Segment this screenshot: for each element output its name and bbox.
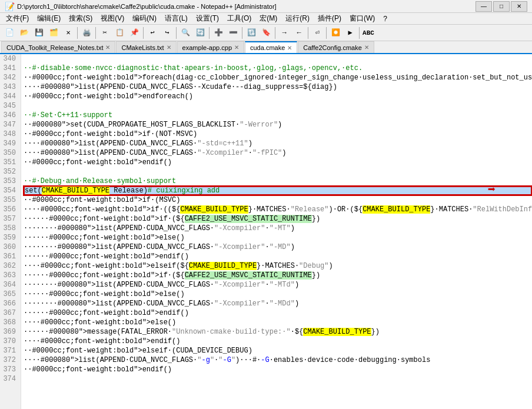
tab-bar: CUDA_Toolkit_Release_Notes.txt ✕ CMakeLi… (0, 41, 532, 54)
code-area: 3403413423433443453463473483493503513523… (0, 54, 532, 409)
tb-spellcheck[interactable]: ABC (361, 26, 375, 39)
tb-zoom-in[interactable]: ➕ (211, 26, 225, 39)
tb-save[interactable]: 💾 (32, 26, 46, 39)
tab-example-app[interactable]: example-app.cpp ✕ (177, 41, 244, 53)
tb-new[interactable]: 📄 (2, 26, 16, 39)
maximize-button[interactable]: □ (493, 1, 510, 12)
tb-unindent[interactable]: ← (292, 26, 306, 39)
menu-run[interactable]: 运行(R) (282, 13, 313, 24)
tab-close-cuda-toolkit[interactable]: ✕ (105, 44, 110, 51)
code-line-372-content: ····#000080">list(APPEND·CUDA_NVCC_FLAGS… (24, 355, 430, 365)
code-line-344: ··#0000cc;font-weight:bold">endforeach() (24, 92, 532, 101)
tb-copy[interactable]: 📋 (112, 26, 127, 39)
tab-close-cmakelists[interactable]: ✕ (167, 44, 171, 51)
menu-help[interactable]: ? (380, 13, 391, 24)
tb-bookmark[interactable]: 🔖 (259, 26, 273, 39)
line-number-340: 340 (2, 54, 18, 64)
code-line-371: ··#0000cc;font-weight:bold">elseif·(CUDA… (24, 346, 532, 355)
code-line-356-content: ····#0000cc;font-weight:bold">if·((${CMA… (24, 205, 532, 214)
code-line-353-content: ··#·Debug·and·Release·symbol·support (24, 177, 176, 186)
code-line-372: ····#000080">list(APPEND·CUDA_NVCC_FLAGS… (24, 355, 532, 365)
close-button[interactable]: ✕ (511, 1, 527, 12)
tb-zoom-out[interactable]: ➖ (226, 26, 240, 39)
minimize-button[interactable]: — (476, 1, 492, 12)
tb-open[interactable]: 📂 (17, 26, 31, 39)
tab-close-cuda-cmake[interactable]: ✕ (287, 45, 292, 51)
tab-caffe2config[interactable]: Caffe2Config.cmake ✕ (298, 41, 374, 53)
tab-cuda-cmake[interactable]: cuda.cmake ✕ (245, 41, 297, 53)
tab-label-cuda-cmake: cuda.cmake (250, 44, 285, 51)
tb-find[interactable]: 🔍 (178, 26, 192, 39)
title-bar-controls: — □ ✕ (476, 1, 527, 12)
code-line-342: ··#0000cc;font-weight:bold">foreach(diag… (24, 73, 532, 82)
toolbar: 📄 📂 💾 🗂️ ✕ 🖨️ ✂️ 📋 📌 ↩️ ↪️ 🔍 🔄 ➕ ➖ 🔃 🔖 →… (0, 25, 532, 41)
tb-wrap[interactable]: ⏎ (310, 26, 324, 39)
app-icon: 📝 (5, 2, 15, 11)
menu-file[interactable]: 文件(F) (2, 13, 32, 24)
window-title: D:\pytorch1_0\libtorch\share\cmake\Caffe… (17, 3, 277, 10)
tb-cut[interactable]: ✂️ (98, 26, 112, 39)
code-editor[interactable]: ··#·disable·some·nvcc·diagnostic·that·ap… (21, 54, 532, 409)
line-number-355: 355 (2, 195, 18, 205)
code-line-357: ······#0000cc;font-weight:bold">if·(${CA… (24, 214, 532, 224)
code-line-368-content: ····#0000cc;font-weight:bold">else() (24, 318, 176, 327)
menu-plugins[interactable]: 插件(P) (314, 13, 345, 24)
line-number-341: 341 (2, 64, 18, 73)
tb-paste[interactable]: 📌 (127, 26, 141, 39)
code-line-341: ··#·disable·some·nvcc·diagnostic·that·ap… (24, 64, 532, 73)
code-line-342-content: ··#0000cc;font-weight:bold">foreach(diag… (24, 73, 532, 82)
menu-bar: 文件(F) 编辑(E) 搜索(S) 视图(V) 编码(N) 语言(L) 设置(T… (0, 13, 532, 25)
tb-print[interactable]: 🖨️ (79, 26, 94, 39)
tb-close[interactable]: ✕ (61, 26, 75, 39)
line-number-350: 350 (2, 148, 18, 158)
code-line-353: ··#·Debug·and·Release·symbol·support (24, 177, 532, 186)
line-number-365: 365 (2, 290, 18, 299)
toolbar-separator-6 (242, 27, 242, 39)
line-number-346: 346 (2, 111, 18, 120)
code-line-344-content: ··#0000cc;font-weight:bold">endforeach() (24, 92, 193, 101)
code-line-340-content (24, 54, 28, 64)
code-line-364-content: ········#000080">list(APPEND·CUDA_NVCC_F… (24, 280, 299, 290)
line-number-342: 342 (2, 73, 18, 82)
tb-undo[interactable]: ↩️ (145, 26, 159, 39)
line-number-361: 361 (2, 252, 18, 261)
menu-encoding[interactable]: 编码(N) (129, 13, 160, 24)
tab-close-caffe2config[interactable]: ✕ (364, 44, 369, 51)
menu-settings[interactable]: 设置(T) (192, 13, 222, 24)
menu-window[interactable]: 窗口(W) (346, 13, 378, 24)
tab-cmakelists[interactable]: CMakeLists.txt ✕ (116, 41, 176, 53)
code-line-340 (24, 54, 532, 64)
code-line-346: ··#·Set·C++11·support (24, 111, 532, 120)
tb-indent[interactable]: → (277, 26, 291, 39)
line-number-360: 360 (2, 242, 18, 252)
code-line-362-content: ····#0000cc;font-weight:bold">elseif(${C… (24, 261, 333, 271)
toolbar-separator-9 (326, 27, 327, 39)
code-line-358-content: ········#000080">list(APPEND·CUDA_NVCC_F… (24, 224, 295, 233)
tab-cuda-toolkit[interactable]: CUDA_Toolkit_Release_Notes.txt ✕ (1, 41, 115, 53)
code-line-365-content: ······#0000cc;font-weight:bold">else() (24, 290, 185, 299)
tb-macro-play[interactable]: ▶️ (343, 26, 357, 39)
tb-sync[interactable]: 🔃 (244, 26, 258, 39)
tb-save-all[interactable]: 🗂️ (46, 26, 61, 39)
toolbar-separator-3 (143, 27, 144, 39)
line-number-371: 371 (2, 346, 18, 355)
toolbar-separator-8 (308, 27, 308, 39)
menu-language[interactable]: 语言(L) (161, 13, 191, 24)
tab-close-example-app[interactable]: ✕ (234, 44, 239, 51)
code-line-373-content: ··#0000cc;font-weight:bold">endif() (24, 365, 172, 374)
title-bar: 📝 D:\pytorch1_0\libtorch\share\cmake\Caf… (0, 0, 532, 13)
tb-replace[interactable]: 🔄 (193, 26, 207, 39)
code-line-354-content: set(CMAKE_BUILD_TYPE Release)# cuixingxi… (25, 186, 220, 195)
menu-macro[interactable]: 宏(M) (256, 13, 281, 24)
tb-redo[interactable]: ↪️ (160, 26, 174, 39)
menu-tools[interactable]: 工具(O) (224, 13, 255, 24)
code-line-369: ······#000080">message(FATAL_ERROR·"Unkn… (24, 327, 532, 337)
menu-view[interactable]: 视图(V) (97, 13, 128, 24)
tb-macro-rec[interactable]: ⏺️ (328, 26, 343, 39)
toolbar-separator-1 (77, 27, 78, 39)
menu-edit[interactable]: 编辑(E) (34, 13, 64, 24)
line-number-367: 367 (2, 308, 18, 318)
code-line-373: ··#0000cc;font-weight:bold">endif() (24, 365, 532, 374)
menu-search[interactable]: 搜索(S) (65, 13, 96, 24)
code-line-352 (24, 167, 532, 177)
